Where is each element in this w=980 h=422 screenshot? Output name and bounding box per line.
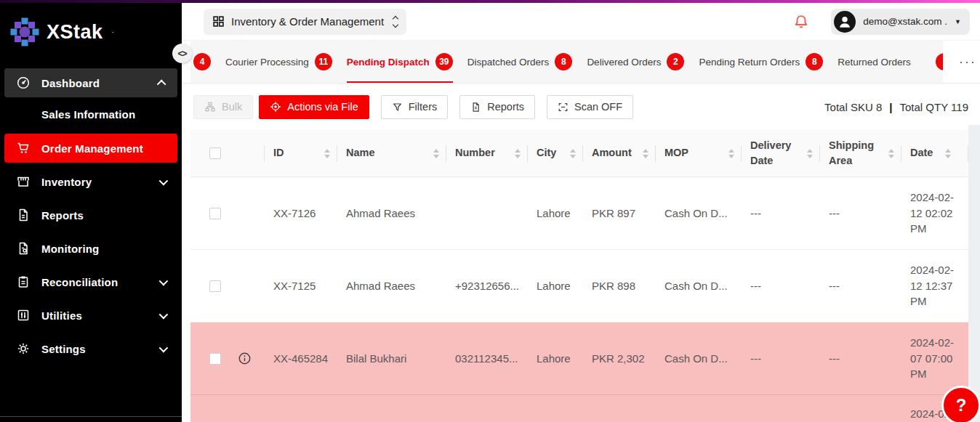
monitor-icon [16,241,31,256]
sidebar-item-label: Reports [41,209,84,222]
sort-icon[interactable] [433,149,439,158]
user-menu-button[interactable]: demo@xstak.com . ▼ [831,9,970,35]
app-switcher-label: Inventory & Order Management [231,15,384,28]
col-name: Name [346,145,375,161]
row-checkbox[interactable] [209,280,221,292]
cell-id [265,395,337,422]
col-date: Date [910,145,933,161]
sort-icon[interactable] [515,149,521,158]
col-id: ID [273,145,284,161]
cell-amount: PKR 897 [583,177,656,249]
sidebar-item-label: Monitoring [41,243,99,255]
file-icon [16,208,31,222]
help-button[interactable]: ? [941,386,980,422]
reports-button[interactable]: Reports [459,95,535,119]
chevron-down-icon: ▼ [955,18,961,25]
cell-date: 2024-02-07 07:00 PM [901,322,968,394]
row-checkbox[interactable] [209,353,221,365]
table-row[interactable]: XX-7125 Ahmad Raees +92312656... Lahore … [190,250,968,322]
cell-name [337,395,446,422]
cell-number: +92312656... [446,250,528,322]
table-header: ID Name Number City Amount MOP Delivery … [190,130,968,177]
tab-returned-orders[interactable]: Returned Orders [838,41,911,83]
chevron-up-down-icon [393,17,398,27]
table-row[interactable]: 2024-02- [190,395,968,422]
sort-icon[interactable] [945,149,951,158]
tab-label: Pending Return Orders [699,57,800,68]
clipboard-icon [16,275,31,289]
col-shipping-area: Shipping Area [829,138,880,169]
tab-dispatched-orders[interactable]: Dispatched Orders 8 [467,41,573,83]
sidebar-item-dashboard[interactable]: Dashboard [4,68,177,97]
sidebar-item-label: Sales Information [41,108,135,121]
sitemap-icon [204,101,216,113]
table-row[interactable]: XX-7126 Ahmad Raees Lahore PKR 897 Cash … [190,177,968,250]
sort-icon[interactable] [807,149,813,158]
tab-label: Returned Orders [838,57,911,68]
table-body: XX-7126 Ahmad Raees Lahore PKR 897 Cash … [190,177,968,422]
tab-courier-processing[interactable]: Courier Processing 11 [225,41,332,83]
notification-bell-icon[interactable] [793,14,809,30]
table-row[interactable]: XX-465284 Bilal Bukhari 032112345... Lah… [190,322,968,395]
cell-city: Lahore [528,322,583,394]
sidebar-item-settings[interactable]: Settings [4,334,177,363]
col-city: City [537,145,556,161]
tab-pending-return-orders[interactable]: Pending Return Orders 8 [699,41,823,83]
tab-bar: 4 Courier Processing 11 Pending Dispatch… [182,41,980,84]
sort-icon[interactable] [728,149,734,158]
sort-icon[interactable] [570,149,576,158]
select-all-checkbox[interactable] [209,147,221,159]
tab-strip: 4 Courier Processing 11 Pending Dispatch… [190,41,943,83]
sliders-icon [16,308,31,322]
tab-delivered-orders[interactable]: Delivered Orders 2 [587,41,684,83]
sidebar-item-sales-information[interactable]: Sales Information [4,102,177,126]
sidebar-item-order-management[interactable]: Order Management [4,134,177,163]
sidebar-item-utilities[interactable]: Utilities [4,301,177,330]
sidebar-menu: Dashboard Sales Information Order Manage… [0,68,182,363]
actions-via-file-button[interactable]: Actions via File [259,95,369,119]
app-switcher-button[interactable]: Inventory & Order Management [204,9,406,35]
cell-number: 032112345... [446,322,528,394]
vertical-scrollbar[interactable] [968,125,980,422]
totals-divider: | [889,101,892,113]
cell-id: XX-465284 [265,322,337,394]
brand-trademark-dot: · [112,28,115,36]
sidebar: XStak · Dashboard Sales Information Orde… [0,3,182,422]
scan-icon [558,102,569,113]
gauge-icon [16,76,31,90]
tab-label: Dispatched Orders [467,57,550,68]
grid-icon [212,15,225,28]
cell-id: XX-7125 [265,250,337,322]
cell-date: 2024-02-12 12:37 PM [901,250,968,322]
sidebar-item-monitoring[interactable]: Monitoring [4,234,177,263]
sort-icon[interactable] [643,149,648,158]
sidebar-item-reports[interactable]: Reports [4,200,177,230]
col-amount: Amount [592,145,632,161]
sidebar-collapse-toggle-icon[interactable]: <> [172,44,192,63]
sidebar-item-label: Dashboard [41,77,100,89]
info-icon[interactable] [238,352,252,365]
sidebar-item-label: Settings [41,343,86,355]
cell-mop [656,395,742,422]
cell-name: Ahmad Raees [337,250,446,322]
user-email: demo@xstak.com . [863,16,947,27]
tab-label: Courier Processing [225,57,309,68]
sidebar-item-label: Inventory [41,176,92,188]
sort-icon[interactable] [888,149,894,158]
tab-count-badge: 8 [555,53,572,70]
row-checkbox[interactable] [209,208,221,219]
sort-icon[interactable] [324,149,330,158]
bulk-button[interactable]: Bulk [193,95,253,119]
scan-toggle-button[interactable]: Scan OFF [547,95,633,119]
chevron-down-icon [159,276,169,285]
cell-shipping-area: --- [820,250,901,322]
filters-button[interactable]: Filters [381,95,448,119]
total-sku: Total SKU 8 [824,101,882,113]
document-icon [470,102,481,113]
tab-label: Delivered Orders [587,57,661,68]
leading-tab-badge[interactable]: 4 [193,53,211,70]
sidebar-item-reconciliation[interactable]: Reconciliation [4,267,177,296]
sidebar-item-inventory[interactable]: Inventory [4,167,177,196]
more-tabs-button[interactable]: ··· [959,41,976,83]
tab-pending-dispatch[interactable]: Pending Dispatch 39 [347,41,453,83]
